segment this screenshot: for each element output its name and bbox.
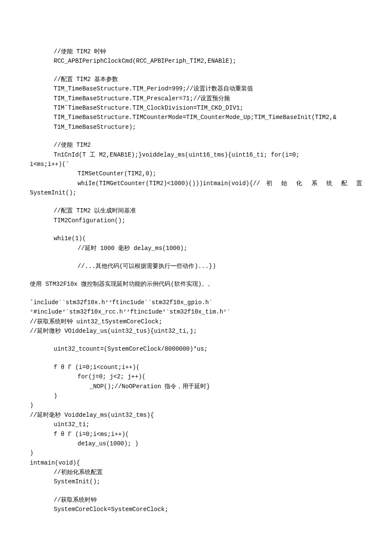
code-line: f θ Γ (i=0;i<ms;i++)( bbox=[30, 430, 362, 439]
code-line: whiIe(TIMGetCounter(TIM2)<1000)()))intma… bbox=[30, 179, 362, 188]
code-line: ) bbox=[30, 401, 362, 410]
code-line bbox=[30, 132, 362, 140]
code-line: f θ Γ (i=0;i<count;i++)( bbox=[30, 363, 362, 372]
code-line: //...其他代码(可以根据需要执行一些动作)...}) bbox=[30, 262, 362, 271]
code-line: //配置 TIM2 基本参数 bbox=[30, 75, 362, 84]
code-line: TIMˆTimeBaseStructure.TIM_ClockDivision=… bbox=[30, 103, 362, 113]
code-line: 使用 STM32F10x 微控制器实现延时功能的示例代码(软件实现)。。 bbox=[30, 279, 362, 289]
code-line: SystemInit(); bbox=[30, 188, 362, 198]
code-line: for(j=0; j<2; j++)( bbox=[30, 372, 362, 381]
code-line: //配置 TIM2 以生成时间基准 bbox=[30, 206, 362, 215]
code-line: Tn1CnId(T 工 M2,ENAB1E);}voiddelay_ms(uin… bbox=[30, 150, 362, 160]
code-line: //使能 TIM2 bbox=[30, 140, 362, 150]
code-line: TIM2Configuration(); bbox=[30, 216, 362, 225]
code-line bbox=[30, 66, 362, 75]
code-line: //获取系统时钟 bbox=[30, 495, 362, 505]
code-line: TIM_TimeBaseStructure.TIM_Period=999;//设… bbox=[30, 84, 362, 93]
code-line: de1ay_us(1000); ) bbox=[30, 439, 362, 448]
code-line bbox=[30, 198, 362, 206]
code-line: uint32_ti; bbox=[30, 420, 362, 429]
code-line: whi1e(1)( bbox=[30, 234, 362, 243]
code-line: SystemCoreClock=SystemCoreClock; bbox=[30, 505, 362, 514]
code-line: //延时毫秒 Voiddelay_ms(uint32_tms){ bbox=[30, 410, 362, 420]
code-line: //使能 TIM2 时钟 bbox=[30, 47, 362, 56]
code-line: ) bbox=[30, 391, 362, 401]
code-line bbox=[30, 487, 362, 495]
code-line: //获取系统时钟 uint32_tSystemCoreClock; bbox=[30, 317, 362, 326]
code-line bbox=[30, 253, 362, 262]
code-line: _NOP();//NoOPeration 指令，用于延时} bbox=[30, 382, 362, 391]
code-line: TIM_TimeBaseStructure.TIM_Prescaler=71;/… bbox=[30, 94, 362, 103]
code-line: //延时 1000 毫秒 delay_ms(1000); bbox=[30, 244, 362, 253]
document-page: //使能 TIM2 时钟RCC_APBIPeriphClockCmd(RCC_A… bbox=[0, 0, 392, 553]
code-line: ᶻ#includeᶻ‵stm32f10x_rcc.hᶻᶻftinc1udeᶻ‵s… bbox=[30, 307, 362, 317]
code-line: i<ms;i++)(ˉ bbox=[30, 160, 362, 169]
code-content: //使能 TIM2 时钟RCC_APBIPeriphClockCmd(RCC_A… bbox=[30, 47, 362, 514]
code-line: TIM_TimeBaseStructure.TIMCounterMode=TIM… bbox=[30, 113, 362, 122]
code-line: ) bbox=[30, 448, 362, 458]
code-line: //初始化系统配置 bbox=[30, 468, 362, 477]
code-line: RCC_APBIPeriphClockCmd(RCC_APBIPeriph_TI… bbox=[30, 56, 362, 66]
code-line bbox=[30, 289, 362, 298]
code-line: intmain(void){ bbox=[30, 458, 362, 468]
code-line: uint32_tcount=(SystemCoreClock/8000000)*… bbox=[30, 344, 362, 354]
code-line: T1M_TimeBaseStructure); bbox=[30, 122, 362, 132]
code-line bbox=[30, 336, 362, 344]
code-line bbox=[30, 225, 362, 234]
code-line: SystemInit(); bbox=[30, 477, 362, 486]
code-line: TIMSetCounter(TIM2,0); bbox=[30, 169, 362, 178]
code-line bbox=[30, 271, 362, 279]
code-line bbox=[30, 354, 362, 363]
code-line: ˆinclude‵‵stm32f10x.hᶻᶻftinc1ude‵‵stm32f… bbox=[30, 298, 362, 307]
code-line: //延时微秒 VOiddelay_us(uint32_tus){uint32_t… bbox=[30, 326, 362, 336]
